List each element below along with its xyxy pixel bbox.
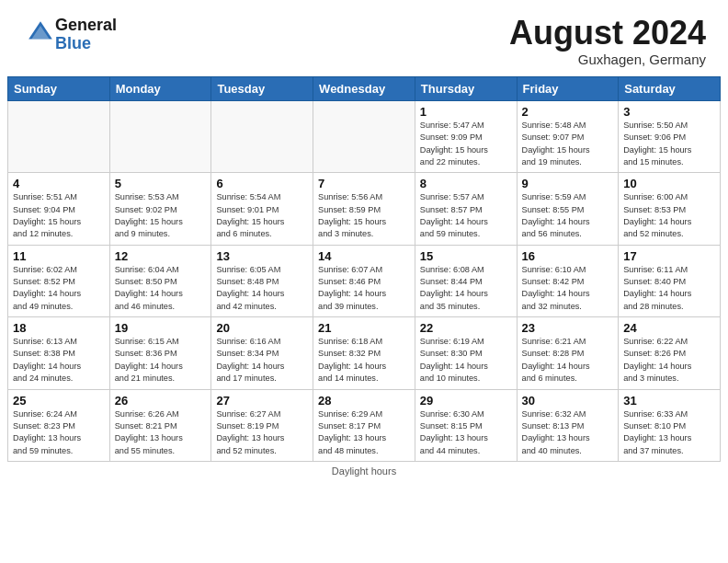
day-info: Sunrise: 6:33 AM Sunset: 8:10 PM Dayligh… [623,408,715,457]
calendar-cell: 13Sunrise: 6:05 AM Sunset: 8:48 PM Dayli… [211,245,313,316]
logo-icon [26,18,55,48]
day-number: 3 [623,105,715,119]
calendar-cell: 10Sunrise: 6:00 AM Sunset: 8:53 PM Dayli… [619,173,721,245]
day-info: Sunrise: 5:48 AM Sunset: 9:07 PM Dayligh… [522,120,614,168]
calendar-cell: 29Sunrise: 6:30 AM Sunset: 8:15 PM Dayli… [415,389,517,461]
calendar-cell: 30Sunrise: 6:32 AM Sunset: 8:13 PM Dayli… [517,389,619,461]
calendar-cell: 24Sunrise: 6:22 AM Sunset: 8:26 PM Dayli… [619,317,721,389]
calendar-cell: 18Sunrise: 6:13 AM Sunset: 8:38 PM Dayli… [8,317,110,389]
calendar-cell: 26Sunrise: 6:26 AM Sunset: 8:21 PM Dayli… [109,389,211,461]
day-info: Sunrise: 6:07 AM Sunset: 8:46 PM Dayligh… [318,264,410,313]
calendar-cell: 19Sunrise: 6:15 AM Sunset: 8:36 PM Dayli… [109,317,211,389]
col-header-tuesday: Tuesday [211,77,313,101]
calendar-cell: 4Sunrise: 5:51 AM Sunset: 9:04 PM Daylig… [8,173,110,245]
day-number: 9 [522,177,614,190]
calendar-cell: 11Sunrise: 6:02 AM Sunset: 8:52 PM Dayli… [8,245,110,316]
col-header-wednesday: Wednesday [313,77,415,101]
day-number: 19 [115,321,207,335]
day-number: 11 [13,249,105,263]
calendar-cell: 27Sunrise: 6:27 AM Sunset: 8:19 PM Dayli… [211,389,313,461]
day-info: Sunrise: 6:10 AM Sunset: 8:42 PM Dayligh… [522,264,614,313]
day-number: 15 [420,249,512,263]
logo-text: General Blue [55,17,117,53]
day-number: 5 [115,177,207,190]
title-area: August 2024 Guxhagen, Germany [509,17,706,67]
day-info: Sunrise: 5:54 AM Sunset: 9:01 PM Dayligh… [216,191,308,240]
calendar-week-2: 4Sunrise: 5:51 AM Sunset: 9:04 PM Daylig… [8,173,721,245]
footer-note: Daylight hours [7,462,721,477]
day-number: 6 [216,177,308,190]
calendar-cell: 17Sunrise: 6:11 AM Sunset: 8:40 PM Dayli… [619,245,721,316]
day-info: Sunrise: 6:16 AM Sunset: 8:34 PM Dayligh… [216,336,308,385]
calendar-cell: 28Sunrise: 6:29 AM Sunset: 8:17 PM Dayli… [313,389,415,461]
day-info: Sunrise: 5:59 AM Sunset: 8:55 PM Dayligh… [522,191,614,240]
day-number: 12 [115,249,207,263]
calendar-cell: 31Sunrise: 6:33 AM Sunset: 8:10 PM Dayli… [619,389,721,461]
day-number: 25 [13,394,105,408]
col-header-friday: Friday [517,77,619,101]
day-number: 16 [522,249,614,263]
day-number: 24 [623,321,715,335]
day-info: Sunrise: 6:00 AM Sunset: 8:53 PM Dayligh… [623,191,715,240]
calendar-header-row: SundayMondayTuesdayWednesdayThursdayFrid… [8,77,721,101]
calendar-cell: 25Sunrise: 6:24 AM Sunset: 8:23 PM Dayli… [8,389,110,461]
day-number: 13 [216,249,308,263]
calendar-wrap: SundayMondayTuesdayWednesdayThursdayFrid… [0,76,728,484]
col-header-thursday: Thursday [415,77,517,101]
col-header-saturday: Saturday [619,77,721,101]
calendar-cell [109,101,211,173]
day-number: 4 [13,177,105,190]
day-info: Sunrise: 6:29 AM Sunset: 8:17 PM Dayligh… [318,408,410,457]
calendar-cell: 22Sunrise: 6:19 AM Sunset: 8:30 PM Dayli… [415,317,517,389]
calendar-cell: 21Sunrise: 6:18 AM Sunset: 8:32 PM Dayli… [313,317,415,389]
calendar-cell: 3Sunrise: 5:50 AM Sunset: 9:06 PM Daylig… [619,101,721,173]
month-title: August 2024 [509,17,706,50]
calendar-table: SundayMondayTuesdayWednesdayThursdayFrid… [7,76,721,462]
day-number: 28 [318,394,410,408]
calendar-week-4: 18Sunrise: 6:13 AM Sunset: 8:38 PM Dayli… [8,317,721,389]
calendar-cell: 16Sunrise: 6:10 AM Sunset: 8:42 PM Dayli… [517,245,619,316]
day-number: 29 [420,394,512,408]
calendar-cell: 5Sunrise: 5:53 AM Sunset: 9:02 PM Daylig… [109,173,211,245]
day-number: 26 [115,394,207,408]
logo: General Blue [22,17,117,53]
day-info: Sunrise: 6:18 AM Sunset: 8:32 PM Dayligh… [318,336,410,385]
day-info: Sunrise: 6:13 AM Sunset: 8:38 PM Dayligh… [13,336,105,385]
calendar-week-5: 25Sunrise: 6:24 AM Sunset: 8:23 PM Dayli… [8,389,721,461]
day-number: 14 [318,249,410,263]
day-number: 21 [318,321,410,335]
calendar-cell: 7Sunrise: 5:56 AM Sunset: 8:59 PM Daylig… [313,173,415,245]
day-info: Sunrise: 6:02 AM Sunset: 8:52 PM Dayligh… [13,264,105,313]
calendar-cell [313,101,415,173]
calendar-cell: 1Sunrise: 5:47 AM Sunset: 9:09 PM Daylig… [415,101,517,173]
day-info: Sunrise: 6:32 AM Sunset: 8:13 PM Dayligh… [522,408,614,457]
day-info: Sunrise: 5:56 AM Sunset: 8:59 PM Dayligh… [318,191,410,240]
day-info: Sunrise: 6:21 AM Sunset: 8:28 PM Dayligh… [522,336,614,385]
day-info: Sunrise: 6:24 AM Sunset: 8:23 PM Dayligh… [13,408,105,457]
calendar-cell [211,101,313,173]
calendar-cell [8,101,110,173]
day-info: Sunrise: 6:26 AM Sunset: 8:21 PM Dayligh… [115,408,207,457]
day-info: Sunrise: 6:04 AM Sunset: 8:50 PM Dayligh… [115,264,207,313]
col-header-sunday: Sunday [8,77,110,101]
calendar-week-1: 1Sunrise: 5:47 AM Sunset: 9:09 PM Daylig… [8,101,721,173]
calendar-cell: 14Sunrise: 6:07 AM Sunset: 8:46 PM Dayli… [313,245,415,316]
day-info: Sunrise: 5:57 AM Sunset: 8:57 PM Dayligh… [420,191,512,240]
page-header: General Blue August 2024 Guxhagen, Germa… [0,0,728,76]
day-number: 22 [420,321,512,335]
day-number: 31 [623,394,715,408]
day-number: 27 [216,394,308,408]
day-number: 8 [420,177,512,190]
calendar-cell: 2Sunrise: 5:48 AM Sunset: 9:07 PM Daylig… [517,101,619,173]
day-info: Sunrise: 5:47 AM Sunset: 9:09 PM Dayligh… [420,120,512,168]
day-info: Sunrise: 6:11 AM Sunset: 8:40 PM Dayligh… [623,264,715,313]
calendar-cell: 20Sunrise: 6:16 AM Sunset: 8:34 PM Dayli… [211,317,313,389]
day-info: Sunrise: 5:53 AM Sunset: 9:02 PM Dayligh… [115,191,207,240]
day-info: Sunrise: 6:19 AM Sunset: 8:30 PM Dayligh… [420,336,512,385]
day-info: Sunrise: 5:51 AM Sunset: 9:04 PM Dayligh… [13,191,105,240]
location: Guxhagen, Germany [509,52,706,67]
day-number: 23 [522,321,614,335]
calendar-cell: 9Sunrise: 5:59 AM Sunset: 8:55 PM Daylig… [517,173,619,245]
day-info: Sunrise: 6:05 AM Sunset: 8:48 PM Dayligh… [216,264,308,313]
calendar-cell: 6Sunrise: 5:54 AM Sunset: 9:01 PM Daylig… [211,173,313,245]
